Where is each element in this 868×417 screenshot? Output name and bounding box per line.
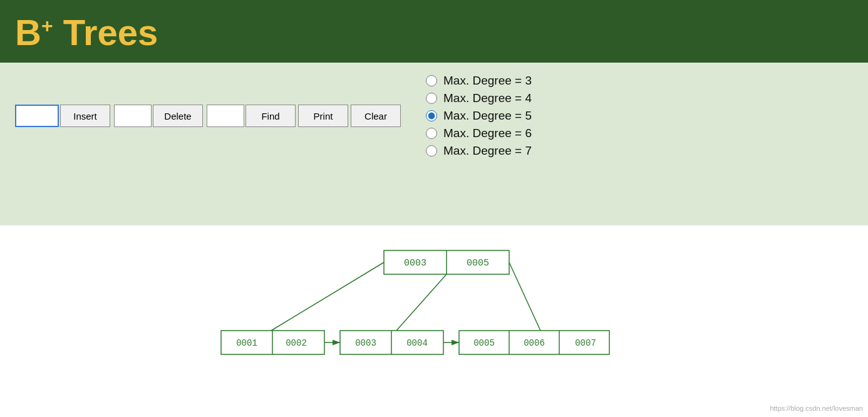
leaf3-key-1: 0005 xyxy=(473,338,495,348)
leaf1-key-2: 0002 xyxy=(286,338,307,348)
controls-row: Insert Delete Find Print Clear Max. Degr… xyxy=(15,74,853,158)
page-title: B+ Trees xyxy=(15,14,158,51)
leaf3-key-2: 0006 xyxy=(524,338,545,348)
tree-area: 0003 0005 0001 0002 0003 0004 0005 0006 … xyxy=(0,225,868,376)
radio-option-4[interactable]: Max. Degree = 4 xyxy=(426,91,532,105)
find-input[interactable] xyxy=(207,105,244,127)
edge-root-leaf1 xyxy=(271,262,384,331)
radio-label-7: Max. Degree = 7 xyxy=(443,144,532,158)
radio-label-5: Max. Degree = 5 xyxy=(443,109,532,123)
insert-input[interactable] xyxy=(15,105,59,127)
radio-degree-4[interactable] xyxy=(426,93,437,104)
root-key-1: 0003 xyxy=(404,258,426,269)
radio-option-3[interactable]: Max. Degree = 3 xyxy=(426,74,532,88)
radio-label-3: Max. Degree = 3 xyxy=(443,74,532,88)
radio-label-4: Max. Degree = 4 xyxy=(443,91,532,105)
root-key-2: 0005 xyxy=(467,258,489,269)
delete-button[interactable]: Delete xyxy=(153,105,203,127)
radio-degree-7[interactable] xyxy=(426,145,437,157)
leaf3-key-3: 0007 xyxy=(575,338,596,348)
insert-button[interactable]: Insert xyxy=(60,105,110,127)
radio-option-5[interactable]: Max. Degree = 5 xyxy=(426,109,532,123)
leaf2-key-1: 0003 xyxy=(355,338,376,348)
radio-degree-5[interactable] xyxy=(426,110,437,121)
print-button[interactable]: Print xyxy=(298,105,348,127)
page-header: B+ Trees xyxy=(0,0,868,63)
controls-area: Insert Delete Find Print Clear Max. Degr… xyxy=(0,63,868,225)
radio-degree-3[interactable] xyxy=(426,75,437,86)
edge-root-leaf2 xyxy=(396,274,447,331)
radio-option-7[interactable]: Max. Degree = 7 xyxy=(426,144,532,158)
radio-option-6[interactable]: Max. Degree = 6 xyxy=(426,126,532,140)
radio-label-6: Max. Degree = 6 xyxy=(443,126,532,140)
delete-input[interactable] xyxy=(114,105,152,127)
tree-svg: 0003 0005 0001 0002 0003 0004 0005 0006 … xyxy=(215,238,653,363)
clear-button[interactable]: Clear xyxy=(351,105,401,127)
radio-panel: Max. Degree = 3 Max. Degree = 4 Max. Deg… xyxy=(426,74,532,158)
edge-root-leaf3 xyxy=(509,262,540,331)
leaf1-key-1: 0001 xyxy=(236,338,257,348)
find-button[interactable]: Find xyxy=(245,105,296,127)
radio-degree-6[interactable] xyxy=(426,128,437,139)
leaf2-key-2: 0004 xyxy=(406,338,428,348)
